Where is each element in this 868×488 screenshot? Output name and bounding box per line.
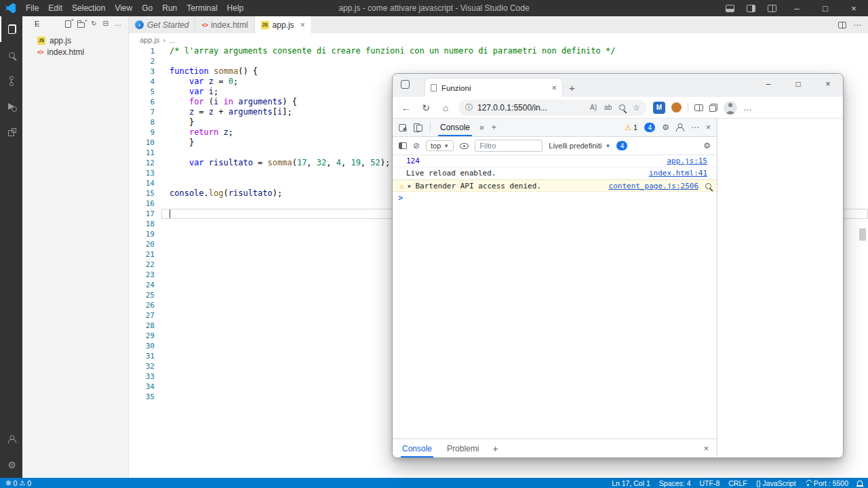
new-file-icon[interactable] bbox=[65, 20, 71, 28]
console-settings-gear-icon[interactable]: ⚙ bbox=[703, 141, 711, 150]
breadcrumb-rest[interactable]: ... bbox=[169, 36, 175, 44]
menu-selection[interactable]: Selection bbox=[67, 0, 110, 16]
live-expression-eye-icon[interactable] bbox=[460, 143, 469, 149]
status-javascript[interactable]: {} JavaScript bbox=[756, 479, 796, 487]
collections-icon[interactable] bbox=[709, 104, 717, 112]
explorer-icon[interactable] bbox=[0, 16, 22, 42]
translate-icon[interactable]: ab bbox=[604, 104, 612, 111]
console-filter-input[interactable] bbox=[475, 140, 542, 152]
drawer-tab-console[interactable]: Console bbox=[401, 439, 433, 458]
browser-close-button[interactable]: × bbox=[813, 74, 843, 94]
console-prompt[interactable]: > bbox=[393, 192, 717, 204]
menu-edit[interactable]: Edit bbox=[43, 0, 67, 16]
menu-view[interactable]: View bbox=[110, 0, 137, 16]
back-button[interactable]: ← bbox=[399, 102, 413, 113]
breadcrumb[interactable]: app.js › ... bbox=[129, 33, 868, 46]
split-editor-icon[interactable] bbox=[838, 22, 846, 28]
console-source-link[interactable]: index.html:41 bbox=[649, 169, 707, 178]
more-tools-icon[interactable]: + bbox=[492, 123, 496, 132]
search-icon[interactable] bbox=[705, 183, 711, 189]
new-tab-button[interactable]: + bbox=[569, 82, 575, 94]
menu-terminal[interactable]: Terminal bbox=[182, 0, 222, 16]
collapse-folders-icon[interactable]: ⊟ bbox=[103, 20, 108, 27]
status-utf-8[interactable]: UTF-8 bbox=[700, 479, 720, 487]
browser-settings-menu-icon[interactable]: … bbox=[743, 102, 752, 113]
drawer-close-icon[interactable]: × bbox=[703, 443, 709, 453]
menu-run[interactable]: Run bbox=[157, 0, 182, 16]
status-crlf[interactable]: CRLF bbox=[728, 479, 747, 487]
address-bar[interactable]: ⓘ 127.0.0.1:5500/in... A) ab ☆ bbox=[458, 100, 647, 116]
feedback-icon[interactable] bbox=[676, 123, 684, 131]
breadcrumb-file[interactable]: app.js bbox=[140, 36, 159, 44]
vscode-close-button[interactable]: × bbox=[840, 0, 868, 16]
devtools-close-icon[interactable]: × bbox=[706, 123, 711, 132]
search-icon[interactable] bbox=[0, 42, 22, 68]
vscode-maximize-button[interactable]: □ bbox=[811, 0, 840, 16]
devtools-settings-gear-icon[interactable]: ⚙ bbox=[662, 123, 669, 132]
issues-counter[interactable]: 4 bbox=[644, 123, 655, 132]
extensions-icon[interactable] bbox=[0, 119, 22, 145]
toggle-secondary-sidebar-icon[interactable] bbox=[747, 5, 755, 12]
devtools-tab-console[interactable]: Console bbox=[438, 119, 472, 136]
home-button[interactable]: ⌂ bbox=[439, 102, 452, 113]
settings-gear-icon[interactable]: ⚙ bbox=[0, 452, 22, 478]
zoom-icon[interactable] bbox=[619, 104, 625, 110]
extension-m-icon[interactable]: M bbox=[653, 102, 665, 114]
refresh-button[interactable]: ↻ bbox=[419, 102, 433, 113]
menu-go[interactable]: Go bbox=[137, 0, 157, 16]
more-tabs-icon[interactable]: » bbox=[479, 123, 484, 132]
browser-minimize-button[interactable]: – bbox=[753, 74, 783, 94]
problems-status[interactable]: ⊗ 0 ⚠ 0 bbox=[5, 479, 31, 487]
source-control-icon[interactable] bbox=[0, 68, 22, 94]
console-sidebar-icon[interactable] bbox=[399, 142, 407, 149]
messages-counter[interactable]: 4 bbox=[616, 141, 627, 150]
warnings-counter[interactable]: ⚠ 1 bbox=[625, 123, 637, 132]
new-folder-icon[interactable] bbox=[77, 22, 85, 28]
console-source-link[interactable]: app.js:15 bbox=[667, 157, 707, 165]
site-info-icon[interactable]: ⓘ bbox=[465, 102, 473, 113]
editor-more-actions-icon[interactable]: ⋯ bbox=[853, 20, 861, 30]
live-server-port[interactable]: Port : 5500 bbox=[805, 479, 848, 487]
log-levels-dropdown[interactable]: Livelli predefiniti ▼ bbox=[549, 142, 610, 150]
editor-tab-index-html[interactable]: <>index.html bbox=[195, 16, 254, 33]
devtools-menu-icon[interactable]: ⋯ bbox=[691, 123, 699, 132]
console-source-link[interactable]: content_page.js:2506 bbox=[609, 182, 698, 190]
menu-help[interactable]: Help bbox=[222, 0, 249, 16]
run-debug-icon[interactable] bbox=[0, 94, 22, 119]
profile-avatar[interactable] bbox=[724, 101, 737, 115]
browser-maximize-button[interactable]: □ bbox=[783, 74, 813, 94]
inspect-element-icon[interactable] bbox=[399, 124, 406, 131]
browser-tab[interactable]: Funzioni × bbox=[425, 79, 562, 97]
menu-file[interactable]: File bbox=[21, 0, 43, 16]
editor-scrollbar[interactable] bbox=[859, 228, 866, 241]
tab-actions-menu-icon[interactable] bbox=[401, 80, 410, 89]
toggle-panel-icon[interactable] bbox=[726, 5, 734, 12]
file-index.html[interactable]: <>index.html bbox=[22, 46, 128, 58]
read-aloud-icon[interactable]: A) bbox=[590, 104, 597, 111]
code-line[interactable]: 1/* l'array arguments consente di creare… bbox=[129, 46, 868, 56]
context-selector[interactable]: top ▼ bbox=[426, 140, 454, 151]
customize-layout-icon[interactable] bbox=[768, 5, 776, 12]
editor-tab-app-js[interactable]: JSapp.js× bbox=[255, 16, 312, 33]
notifications-bell-icon[interactable] bbox=[857, 481, 863, 485]
refresh-explorer-icon[interactable]: ↻ bbox=[91, 20, 96, 27]
editor-tab-get-started[interactable]: ›Get Started bbox=[129, 16, 195, 33]
drawer-tab-problemi[interactable]: Problemi bbox=[446, 439, 480, 458]
accounts-icon[interactable] bbox=[0, 426, 22, 452]
file-app.js[interactable]: JSapp.js bbox=[22, 35, 128, 46]
more-actions-icon[interactable]: … bbox=[115, 20, 121, 27]
chevron-down-icon: ▼ bbox=[606, 143, 611, 149]
close-tab-icon[interactable]: × bbox=[551, 83, 557, 93]
close-tab-icon[interactable]: × bbox=[300, 20, 305, 30]
expand-arrow-icon[interactable]: ▶ bbox=[408, 183, 412, 189]
code-line[interactable]: 2 bbox=[129, 56, 868, 66]
vscode-minimize-button[interactable]: – bbox=[783, 0, 811, 16]
status-ln-17-col-1[interactable]: Ln 17, Col 1 bbox=[612, 479, 650, 487]
drawer-more-icon[interactable]: + bbox=[492, 443, 498, 454]
clear-console-icon[interactable]: ⊘ bbox=[413, 141, 420, 150]
device-emulation-icon[interactable] bbox=[414, 123, 422, 131]
extension-icon[interactable] bbox=[671, 102, 682, 113]
favorite-star-icon[interactable]: ☆ bbox=[633, 103, 640, 113]
status-spaces-4[interactable]: Spaces: 4 bbox=[659, 479, 691, 487]
split-screen-icon[interactable] bbox=[694, 104, 703, 111]
